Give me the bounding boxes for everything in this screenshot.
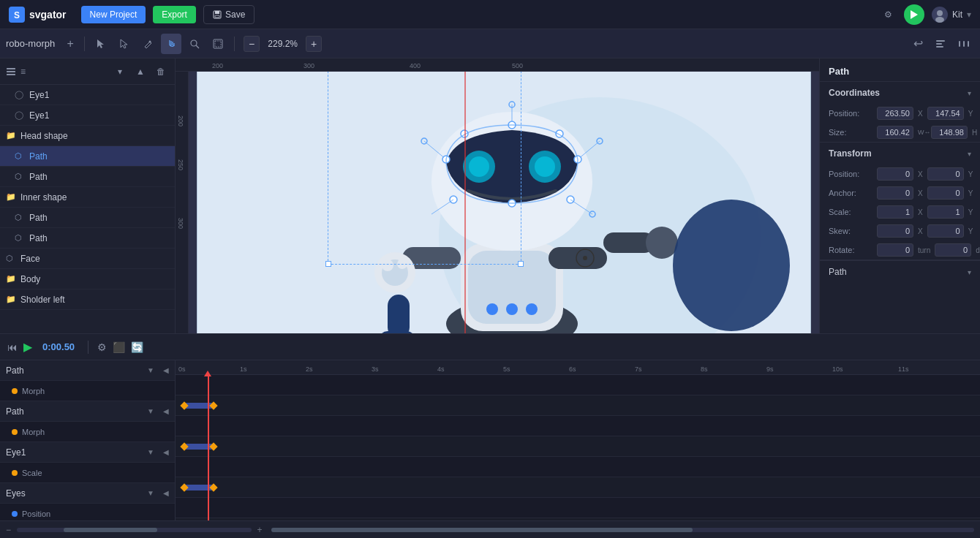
canvas-viewport[interactable] <box>197 72 811 333</box>
position-x-input[interactable] <box>877 107 913 120</box>
timeline-settings-button[interactable]: ⚙ <box>97 341 107 353</box>
tl-collapse-icon[interactable]: ◀ <box>163 366 169 374</box>
export-button[interactable]: Export <box>153 6 196 23</box>
layer-folder-inner-shape[interactable]: 📁 Inner shape <box>0 187 175 208</box>
ellipse-icon: ◯ <box>15 110 25 120</box>
tl-dot-scale <box>12 470 18 476</box>
size-h-unit: H <box>972 129 977 137</box>
scale-y[interactable] <box>927 205 964 219</box>
tl-collapse-icon[interactable]: ◀ <box>163 407 169 415</box>
skip-back-button[interactable]: ⏮ <box>7 341 18 353</box>
zoom-plus-button[interactable]: + <box>306 36 322 52</box>
tl-label-eye1[interactable]: Eye1 ▼ ◀ <box>0 442 175 463</box>
fit-view-button[interactable] <box>208 34 228 54</box>
layer-item-face[interactable]: ⬡ Face <box>0 249 175 269</box>
rotate-label: Rotate: <box>829 246 872 254</box>
tl-label-morph1[interactable]: Morph <box>0 381 175 401</box>
rotate-deg[interactable] <box>935 243 971 257</box>
align-icon <box>935 38 946 50</box>
transform-position-label: Position: <box>829 170 872 178</box>
tl-label-text: Scale <box>22 469 169 477</box>
tl-label-morph2[interactable]: Morph <box>0 422 175 442</box>
align-button[interactable] <box>930 34 951 54</box>
position-y-input[interactable] <box>927 107 964 120</box>
scrollbar-plus-button[interactable]: + <box>257 525 263 535</box>
size-w-input[interactable] <box>877 126 913 139</box>
layer-item[interactable]: ◯ Eye1 <box>0 105 175 126</box>
scrollbar-thumb[interactable] <box>64 528 157 532</box>
preview-play-button[interactable] <box>904 4 924 25</box>
undo-button[interactable]: ↩ <box>909 34 927 53</box>
tl-label-eyes[interactable]: Eyes ▼ ◀ <box>0 483 175 504</box>
size-row: Size: W↔ H <box>820 123 980 142</box>
ruler-tick-8s: 8s <box>701 365 708 373</box>
layer-label-selected: Path <box>29 151 48 162</box>
timeline-ruler: 0s 1s 2s 3s 4s 5s 6s 7s 8s 9s 10s 11s <box>176 360 980 375</box>
tl-label-path2[interactable]: Path ▼ ◀ <box>0 401 175 422</box>
transform-header[interactable]: Transform ▾ <box>820 143 980 164</box>
coordinates-header[interactable]: Coordinates ▾ <box>820 82 980 104</box>
layer-item[interactable]: ◯ Eye1 <box>0 85 175 105</box>
size-h-input[interactable] <box>931 126 968 139</box>
logo-icon: S <box>9 7 25 23</box>
transform-position-y[interactable] <box>927 167 964 181</box>
new-project-button[interactable]: New Project <box>81 6 146 23</box>
settings-icon[interactable]: ⚙ <box>881 7 897 23</box>
pen-icon <box>143 39 153 49</box>
current-time: 0:00.50 <box>42 341 75 352</box>
timeline-play-button[interactable]: ▶ <box>23 340 32 354</box>
svg-marker-5 <box>911 10 918 19</box>
layer-panel-up[interactable]: ▲ <box>132 64 148 80</box>
layer-panel-delete[interactable]: 🗑 <box>153 64 169 80</box>
toolbar-separator-2 <box>234 37 235 51</box>
add-layer-button[interactable]: + <box>62 36 78 52</box>
track-rows <box>176 375 980 520</box>
timeline-record-button[interactable]: ⬛ <box>113 341 125 353</box>
save-button[interactable]: Save <box>203 5 255 24</box>
play-icon <box>911 10 918 19</box>
path-icon: ⬡ <box>15 172 25 181</box>
playhead-head <box>204 371 211 376</box>
select-tool-button[interactable] <box>91 34 111 54</box>
anchor-x[interactable] <box>877 186 913 200</box>
distribute-button[interactable] <box>954 34 974 54</box>
user-area[interactable]: Kit ▾ <box>932 7 971 23</box>
layer-label: Head shape <box>20 131 68 141</box>
layer-label: Path <box>29 213 48 223</box>
rotate-row: Rotate: turn deg ↺ <box>820 240 980 259</box>
playhead[interactable] <box>208 375 209 520</box>
rotate-val[interactable] <box>877 243 913 257</box>
layer-item-path2[interactable]: ⬡ Path <box>0 167 175 187</box>
layer-panel-chevron[interactable]: ▾ <box>112 64 128 80</box>
anchor-y[interactable] <box>927 186 964 200</box>
track-row-morph1 <box>176 395 980 416</box>
layer-folder-head-shape[interactable]: 📁 Head shape <box>0 126 175 146</box>
timeline-scroll-thumb[interactable] <box>271 528 693 532</box>
timeline-labels: Path ▼ ◀ Morph Path ▼ ◀ Morph Eye1 <box>0 360 176 520</box>
layer-item-path-selected[interactable]: ⬡ Path <box>0 146 175 167</box>
tl-collapse-icon[interactable]: ◀ <box>163 489 169 497</box>
zoom-tool-button[interactable] <box>184 34 205 54</box>
track-row-eyes <box>176 498 980 518</box>
path-icon: ⬡ <box>6 254 16 263</box>
track-row-position <box>176 518 980 520</box>
transform-position-x[interactable] <box>877 167 913 181</box>
hand-tool-button[interactable] <box>161 34 181 54</box>
timeline-loop-button[interactable]: 🔄 <box>131 341 143 353</box>
layer-item-path4[interactable]: ⬡ Path <box>0 228 175 249</box>
pen-tool-button[interactable] <box>137 34 158 54</box>
tl-label-position[interactable]: Position <box>0 504 175 520</box>
skew-x[interactable] <box>877 224 913 238</box>
tl-collapse-icon[interactable]: ◀ <box>163 448 169 456</box>
zoom-minus-button[interactable]: − <box>244 36 260 52</box>
tl-label-scale[interactable]: Scale <box>0 463 175 483</box>
layer-item-path3[interactable]: ⬡ Path <box>0 208 175 228</box>
scrollbar-minus-button[interactable]: − <box>6 525 11 535</box>
tl-dot-morph1 <box>12 388 18 394</box>
tl-label-path-top[interactable]: Path ▼ ◀ <box>0 360 175 381</box>
skew-y[interactable] <box>927 224 964 238</box>
direct-select-tool-button[interactable] <box>114 34 135 54</box>
scale-x[interactable] <box>877 205 913 219</box>
layer-folder-sholder-left[interactable]: 📁 Sholder left <box>0 289 175 310</box>
layer-folder-body[interactable]: 📁 Body <box>0 269 175 289</box>
